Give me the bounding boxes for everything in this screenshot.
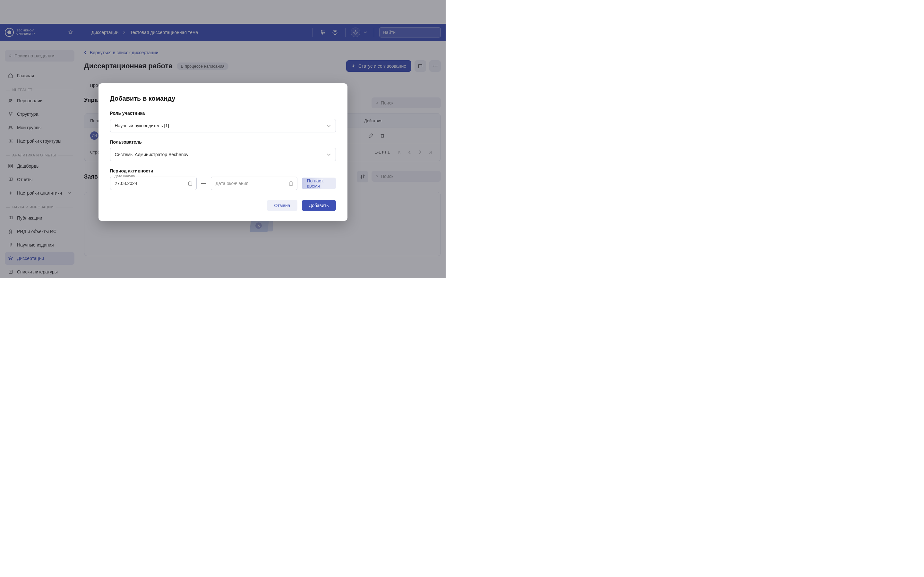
range-separator: — [201, 181, 206, 186]
end-date-input[interactable] [211, 177, 297, 190]
chevron-down-icon [326, 153, 331, 156]
end-date-field[interactable] [211, 177, 297, 190]
modal-title: Добавить в команду [110, 95, 336, 102]
svg-rect-29 [289, 182, 292, 185]
user-select[interactable]: Системы Администратор Sechenov [110, 148, 336, 161]
svg-rect-28 [188, 182, 192, 185]
submit-button[interactable]: Добавить [302, 200, 336, 211]
start-date-label: Дата начала [113, 174, 136, 178]
calendar-icon[interactable] [288, 181, 294, 186]
role-label: Роль участника [110, 111, 336, 116]
chevron-down-icon [326, 124, 331, 127]
modal-overlay[interactable]: Добавить в команду Роль участника Научны… [0, 0, 446, 278]
start-date-input[interactable] [110, 177, 197, 190]
cancel-button[interactable]: Отмена [267, 200, 297, 211]
start-date-field[interactable]: Дата начала [110, 177, 197, 190]
calendar-icon[interactable] [188, 181, 193, 186]
period-label: Период активности [110, 168, 336, 173]
present-time-toggle[interactable]: По наст. время [302, 177, 336, 189]
user-label: Пользователь [110, 139, 336, 145]
role-select[interactable]: Научный руководитель [1] [110, 119, 336, 132]
add-team-modal: Добавить в команду Роль участника Научны… [99, 83, 347, 221]
